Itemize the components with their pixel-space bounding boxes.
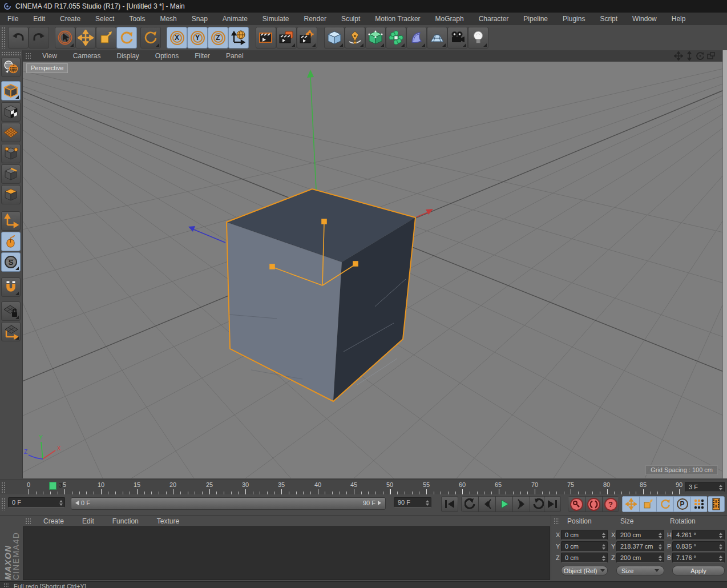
spinner-icon[interactable] xyxy=(602,555,605,561)
viewport-menu-drag-handle[interactable] xyxy=(25,53,31,59)
key-scale-toggle[interactable] xyxy=(639,496,656,512)
menu-snap[interactable]: Snap xyxy=(184,15,215,23)
workplane-align-button[interactable] xyxy=(1,322,21,341)
make-editable-button[interactable] xyxy=(1,58,21,77)
spinner-icon[interactable] xyxy=(659,555,662,561)
menu-tools[interactable]: Tools xyxy=(122,15,152,23)
size-y-field[interactable]: 218.377 cm xyxy=(616,541,664,551)
menu-render[interactable]: Render xyxy=(297,15,334,23)
key-rotation-toggle[interactable] xyxy=(656,496,673,512)
preview-range-slider[interactable]: 0 F 90 F xyxy=(71,497,386,510)
mograph-array-button[interactable] xyxy=(386,27,406,49)
move-tool-button[interactable] xyxy=(75,27,96,49)
menu-mesh[interactable]: Mesh xyxy=(152,15,184,23)
menu-plugins[interactable]: Plugins xyxy=(555,15,592,23)
rot-b-field[interactable]: 7.176 ° xyxy=(672,553,725,563)
rot-p-field[interactable]: 0.835 ° xyxy=(672,541,725,551)
mat-menu-texture[interactable]: Texture xyxy=(148,517,188,525)
menu-file[interactable]: File xyxy=(0,15,26,23)
menu-pipeline[interactable]: Pipeline xyxy=(516,15,555,23)
enable-axis-button[interactable] xyxy=(1,211,21,231)
coords-drag-handle[interactable] xyxy=(554,518,559,525)
spinner-icon[interactable] xyxy=(719,485,722,490)
tweak-mode-button[interactable] xyxy=(1,232,21,251)
menu-animate[interactable]: Animate xyxy=(215,15,255,23)
timeline-window-button[interactable] xyxy=(708,496,725,512)
apply-button[interactable]: Apply xyxy=(672,566,725,575)
mat-menu-function[interactable]: Function xyxy=(103,517,148,525)
mat-menu-create[interactable]: Create xyxy=(34,517,73,525)
menu-window[interactable]: Window xyxy=(625,15,664,23)
menu-motion-tracker[interactable]: Motion Tracker xyxy=(367,15,427,23)
current-frame-field[interactable]: 3 F xyxy=(685,482,725,492)
deformer-button[interactable] xyxy=(406,27,427,49)
scale-tool-button[interactable] xyxy=(96,27,116,49)
prev-key-button[interactable] xyxy=(461,496,478,512)
floor-environment-button[interactable] xyxy=(427,27,447,49)
palette-drag-handle[interactable] xyxy=(1,51,21,56)
transport-drag-handle[interactable] xyxy=(1,498,6,510)
edges-mode-button[interactable] xyxy=(1,164,21,184)
spinner-icon[interactable] xyxy=(602,544,605,550)
key-position-toggle[interactable] xyxy=(622,496,639,512)
subdivision-surface-button[interactable] xyxy=(365,27,386,49)
points-mode-button[interactable] xyxy=(1,144,21,163)
record-keyframe-button[interactable] xyxy=(568,496,585,512)
lock-x-axis-button[interactable]: X xyxy=(167,27,187,49)
camera-label[interactable]: Perspective xyxy=(26,63,68,73)
timeline-ruler[interactable]: 0 5 10 15 20 25 30 35 40 45 50 55 60 65 … xyxy=(0,480,727,496)
spinner-icon[interactable] xyxy=(659,544,662,550)
add-cube-primitive-button[interactable] xyxy=(324,27,345,49)
menu-edit[interactable]: Edit xyxy=(26,15,52,23)
redo-button[interactable] xyxy=(29,27,49,49)
toggle-view-icon[interactable] xyxy=(706,51,716,61)
lock-z-axis-button[interactable]: Z xyxy=(208,27,228,49)
keyframe-selection-button[interactable]: ? xyxy=(602,496,619,512)
lock-y-axis-button[interactable]: Y xyxy=(187,27,208,49)
render-settings-button[interactable] xyxy=(297,27,317,49)
workplane-mode-button[interactable] xyxy=(1,123,21,142)
texture-mode-button[interactable] xyxy=(1,102,21,122)
spinner-icon[interactable] xyxy=(719,555,722,561)
prev-frame-button[interactable] xyxy=(478,496,495,512)
pos-x-field[interactable]: 0 cm xyxy=(561,530,608,540)
menu-create[interactable]: Create xyxy=(52,15,88,23)
viewport-canvas[interactable]: Y X Z Perspective Grid Spacing : 100 cm xyxy=(23,62,722,478)
cube-object[interactable] xyxy=(227,189,415,401)
range-start-field[interactable]: 0 F xyxy=(8,497,65,508)
rotate-view-icon[interactable] xyxy=(696,51,705,61)
vp-menu-view[interactable]: View xyxy=(34,52,65,60)
key-pla-toggle[interactable] xyxy=(690,496,708,512)
play-button[interactable] xyxy=(495,496,512,512)
vp-menu-panel[interactable]: Panel xyxy=(218,52,252,60)
camera-button[interactable] xyxy=(447,27,468,49)
size-mode-dropdown[interactable]: Size xyxy=(616,566,664,575)
spinner-icon[interactable] xyxy=(59,500,63,506)
enable-snap-button[interactable] xyxy=(1,277,21,297)
menu-sculpt[interactable]: Sculpt xyxy=(334,15,367,23)
pos-y-field[interactable]: 0 cm xyxy=(561,541,608,551)
vp-menu-options[interactable]: Options xyxy=(147,52,187,60)
spinner-icon[interactable] xyxy=(719,544,722,550)
menu-character[interactable]: Character xyxy=(471,15,516,23)
goto-end-button[interactable] xyxy=(544,496,561,512)
vp-menu-filter[interactable]: Filter xyxy=(187,52,218,60)
mat-menu-edit[interactable]: Edit xyxy=(73,517,103,525)
coordinate-system-button[interactable] xyxy=(228,27,249,49)
live-selection-button[interactable] xyxy=(55,27,75,49)
vp-menu-cameras[interactable]: Cameras xyxy=(65,52,109,60)
undo-button[interactable] xyxy=(8,27,29,49)
coord-mode-dropdown[interactable]: Object (Rel) xyxy=(561,566,608,575)
timeline-playhead[interactable] xyxy=(49,482,56,490)
next-frame-button[interactable] xyxy=(512,496,530,512)
autokey-button[interactable] xyxy=(585,496,602,512)
material-menu-drag-handle[interactable] xyxy=(25,518,31,525)
toolbar-drag-handle[interactable] xyxy=(1,27,6,49)
spline-pen-button[interactable] xyxy=(345,27,365,49)
spinner-icon[interactable] xyxy=(719,533,722,538)
polygons-mode-button[interactable] xyxy=(1,185,21,204)
menu-select[interactable]: Select xyxy=(88,15,122,23)
goto-start-button[interactable] xyxy=(441,496,458,512)
snap-settings-button[interactable]: S xyxy=(1,252,21,272)
material-manager-area[interactable] xyxy=(23,526,550,580)
